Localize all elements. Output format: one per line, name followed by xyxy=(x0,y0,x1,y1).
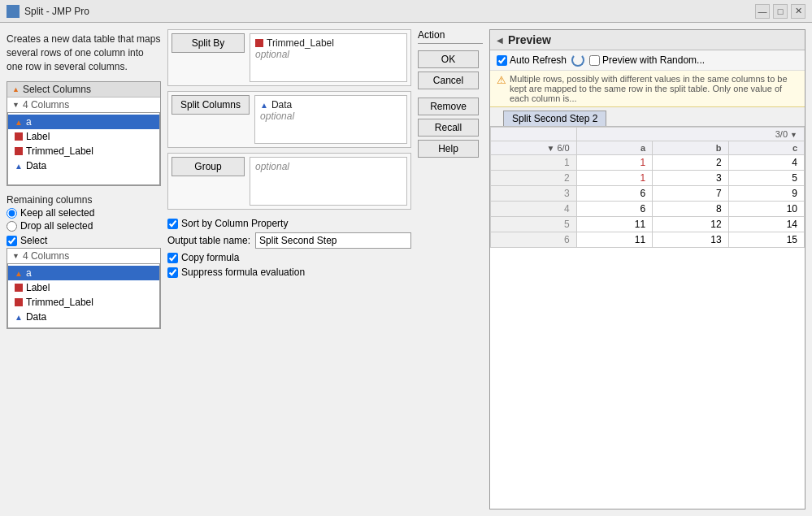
preview-tab-bar: Split Second Step 2 xyxy=(490,107,805,127)
group-section: Group optional xyxy=(167,153,411,210)
remaining-columns-section: Remaining columns Keep all selected Drop… xyxy=(7,194,161,329)
remove-button[interactable]: Remove xyxy=(418,98,479,115)
row-count-label: 6/0 xyxy=(557,143,569,153)
preview-tab[interactable]: Split Second Step 2 xyxy=(503,111,606,126)
warning-text: Multiple rows, possibly with different v… xyxy=(510,74,798,103)
warning-row: ⚠ Multiple rows, possibly with different… xyxy=(490,71,805,107)
split-by-item-name: Trimmed_Label xyxy=(267,37,334,49)
preview-title: Preview xyxy=(508,33,551,46)
cell-b: 7 xyxy=(653,186,728,202)
auto-refresh-checkbox[interactable] xyxy=(497,55,507,66)
dropdown-icon[interactable]: ▼ xyxy=(790,131,797,139)
bar-icon xyxy=(15,147,23,155)
split-columns-button[interactable]: Split Columns xyxy=(172,95,250,115)
table-row: 3679 xyxy=(491,186,805,202)
group-area[interactable]: optional xyxy=(250,157,407,206)
collapse-icon[interactable]: ▼ xyxy=(12,101,20,109)
select-checkbox-row[interactable]: Select xyxy=(7,235,161,246)
list-item[interactable]: Trimmed_Label xyxy=(8,295,159,310)
split-columns-section: Split Columns ▲ Data optional xyxy=(167,91,411,148)
minimize-button[interactable]: — xyxy=(755,4,770,19)
col-name: Label xyxy=(26,282,50,293)
col-name: Data xyxy=(26,160,46,171)
cell-c: 15 xyxy=(728,232,804,248)
triangle-blue-icon: ▲ xyxy=(260,101,268,110)
close-button[interactable]: ✕ xyxy=(791,4,805,19)
refresh-icon-btn[interactable] xyxy=(571,54,584,67)
preview-with-random-checkbox[interactable] xyxy=(589,55,600,66)
keep-all-option[interactable]: Keep all selected xyxy=(7,207,161,219)
split-columns-area[interactable]: ▲ Data optional xyxy=(254,95,407,144)
col-name: Label xyxy=(26,131,50,142)
suppress-formula-checkbox[interactable] xyxy=(167,267,178,278)
ok-button[interactable]: OK xyxy=(418,50,479,68)
split-by-section: Split By Trimmed_Label optional xyxy=(167,29,411,86)
column-count: 4 Columns xyxy=(23,99,69,111)
help-button[interactable]: Help xyxy=(418,140,479,158)
cell-a: 1 xyxy=(576,155,652,171)
remaining-columns-list-box: ▼ 4 Columns ▲ a Label Trimmed_Label xyxy=(7,248,161,329)
sort-by-column-property-row[interactable]: Sort by Column Property xyxy=(167,218,411,229)
suppress-formula-row[interactable]: Suppress formula evaluation xyxy=(167,267,411,278)
table-row: 1124 xyxy=(491,155,805,171)
cell-c: 9 xyxy=(728,186,804,202)
list-item[interactable]: ▲ a xyxy=(8,266,159,280)
cell-c: 4 xyxy=(728,155,804,171)
list-item[interactable]: ▲ a xyxy=(8,115,159,129)
auto-refresh-row[interactable]: Auto Refresh xyxy=(497,54,567,66)
list-item[interactable]: ▲ Data xyxy=(8,158,159,173)
row-number: 6 xyxy=(491,232,577,248)
recall-button[interactable]: Recall xyxy=(418,119,479,137)
window-title: Split - JMP Pro xyxy=(24,6,89,17)
list-item[interactable]: Trimmed_Label xyxy=(8,144,159,158)
description: Creates a new data table that maps sever… xyxy=(7,29,161,76)
radio-group: Keep all selected Drop all selected xyxy=(7,207,161,232)
bar-icon xyxy=(15,284,23,292)
group-button[interactable]: Group xyxy=(172,157,245,176)
table-row: 6111315 xyxy=(491,232,805,248)
table-row: 2135 xyxy=(491,171,805,186)
cell-c: 14 xyxy=(728,217,804,232)
col-header-b: b xyxy=(653,141,728,155)
maximize-button[interactable]: □ xyxy=(773,4,788,19)
action-section-header: Action xyxy=(418,29,483,44)
output-table-name-input[interactable] xyxy=(255,232,411,249)
triangle-icon: ▲ xyxy=(12,85,20,93)
remaining-columns-label: Remaining columns xyxy=(7,194,161,206)
keep-all-radio[interactable] xyxy=(7,208,17,219)
preview-table-container[interactable]: 3/0 ▼ ▼ 6/0 a b c 112421 xyxy=(490,127,805,509)
preview-table: 3/0 ▼ ▼ 6/0 a b c 112421 xyxy=(490,127,805,248)
cancel-button[interactable]: Cancel xyxy=(418,72,479,89)
list-item[interactable]: Label xyxy=(8,129,159,144)
auto-refresh-label: Auto Refresh xyxy=(510,54,567,66)
cell-b: 2 xyxy=(653,155,728,171)
split-by-optional: optional xyxy=(255,49,402,60)
drop-all-radio[interactable] xyxy=(7,221,17,232)
drop-all-option[interactable]: Drop all selected xyxy=(7,220,161,232)
action-panel: Action OK Cancel Remove Recall Help xyxy=(418,29,483,509)
copy-formula-row[interactable]: Copy formula xyxy=(167,252,411,263)
col-header-a: a xyxy=(576,141,652,155)
sort-by-column-property-label: Sort by Column Property xyxy=(181,218,288,229)
select-label: Select xyxy=(20,235,47,246)
list-item[interactable]: Label xyxy=(8,280,159,295)
preview-panel: ◀ Preview Auto Refresh Preview with Rand… xyxy=(489,29,805,509)
row-number: 5 xyxy=(491,217,577,232)
select-checkbox[interactable] xyxy=(7,236,17,246)
filter-icon[interactable]: ▼ xyxy=(546,144,554,153)
cell-b: 8 xyxy=(653,202,728,217)
split-columns-optional: optional xyxy=(260,111,402,122)
split-by-button[interactable]: Split By xyxy=(172,33,245,53)
window-controls[interactable]: — □ ✕ xyxy=(755,4,805,19)
col-name: Trimmed_Label xyxy=(26,145,93,157)
preview-with-random-row[interactable]: Preview with Random... xyxy=(589,54,705,66)
remaining-columns-list: ▲ a Label Trimmed_Label ▲ Data xyxy=(7,263,160,328)
split-by-area[interactable]: Trimmed_Label optional xyxy=(250,33,407,82)
copy-formula-checkbox[interactable] xyxy=(167,253,178,263)
collapse-icon[interactable]: ▼ xyxy=(12,252,20,260)
warning-icon: ⚠ xyxy=(497,74,506,103)
preview-header: ◀ Preview xyxy=(490,30,805,50)
sort-by-column-property-checkbox[interactable] xyxy=(167,219,178,229)
remaining-column-count: 4 Columns xyxy=(23,250,69,262)
list-item[interactable]: ▲ Data xyxy=(8,310,159,324)
